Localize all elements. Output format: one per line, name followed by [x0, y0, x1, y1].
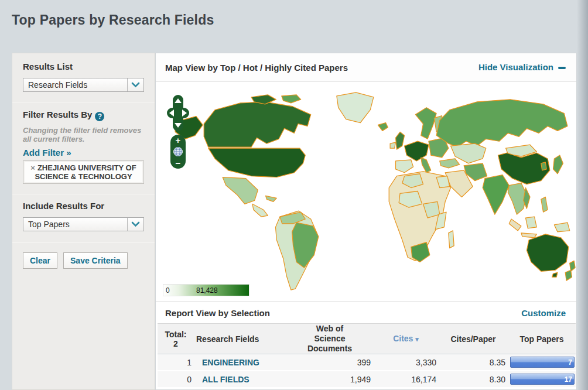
include-results-selected-value: Top Papers — [23, 220, 127, 229]
filters-sidebar: Results List Research Fields Filter Resu… — [12, 53, 155, 390]
map-region-java[interactable] — [521, 233, 536, 238]
world-map[interactable] — [169, 90, 576, 290]
hide-visualization-minus-icon[interactable] — [558, 67, 566, 69]
top-papers-value: 7 — [568, 358, 572, 367]
cites-per-paper-value: 8.35 — [439, 354, 508, 371]
zoom-in-icon[interactable]: + — [176, 136, 181, 144]
map-region-scandinavia[interactable] — [415, 108, 436, 139]
cites-value: 3,330 — [373, 354, 439, 371]
page-edge-shadow — [577, 0, 588, 390]
map-region-uk[interactable] — [396, 132, 405, 149]
map-region-turkey[interactable] — [440, 159, 460, 168]
cites-header[interactable]: Cites ▾ — [373, 324, 439, 354]
map-region-brazil[interactable] — [292, 223, 319, 268]
map-region-india[interactable] — [483, 175, 509, 214]
page-title: Top Papers by Research Fields — [12, 12, 214, 28]
legend-min-value: 0 — [166, 286, 170, 295]
map-region-new-guinea[interactable] — [554, 223, 569, 232]
map-region-canada[interactable] — [204, 102, 310, 147]
chevron-down-icon — [127, 78, 143, 91]
include-results-select[interactable]: Top Papers — [23, 217, 144, 231]
add-filter-link[interactable]: Add Filter » — [23, 148, 71, 158]
results-list-select[interactable]: Research Fields — [23, 78, 144, 92]
table-header-row: Total: 2 Research Fields Web of Science … — [158, 324, 576, 354]
cites-per-paper-header: Cites/Paper — [439, 324, 508, 354]
map-region-philippines[interactable] — [541, 197, 548, 212]
research-field-link[interactable]: ALL FIELDS — [196, 375, 249, 384]
map-region-korea[interactable] — [541, 162, 546, 170]
research-field-link[interactable]: ENGINEERING — [196, 358, 259, 367]
filter-note: Changing the filter field removes all cu… — [23, 126, 144, 143]
pan-right-icon[interactable] — [182, 110, 187, 117]
map-view-header: Map View by Top / Hot / Highly Cited Pap… — [156, 53, 576, 82]
pan-up-icon[interactable] — [175, 98, 182, 103]
map-region-australia[interactable] — [527, 234, 568, 271]
map-region-iceland[interactable] — [378, 123, 388, 131]
sidebar-divider — [12, 242, 155, 243]
top-papers-bar: 17 — [510, 374, 575, 385]
cites-per-paper-value: 8.30 — [439, 371, 508, 388]
top-papers-bar: 7 — [510, 357, 575, 368]
sort-down-icon[interactable]: ▾ — [415, 336, 419, 343]
map-region-ireland[interactable] — [390, 142, 395, 148]
map-region-mexico[interactable] — [223, 177, 258, 204]
report-view-title: Report View by Selection — [165, 308, 270, 318]
filter-chip-label: ZHEJIANG UNIVERSITY OF SCIENCE & TECHNOL… — [35, 163, 136, 181]
filter-chip[interactable]: ×ZHEJIANG UNIVERSITY OF SCIENCE & TECHNO… — [23, 160, 144, 184]
row-index: 0 — [158, 371, 194, 388]
map-region-russia[interactable] — [436, 100, 568, 147]
globe-icon[interactable] — [173, 146, 183, 157]
sidebar-divider — [12, 194, 155, 194]
wos-documents-value: 1,949 — [286, 371, 373, 388]
map-region-japan[interactable] — [553, 155, 563, 174]
sidebar-divider — [12, 102, 155, 103]
map-region-central-america[interactable] — [252, 204, 268, 217]
save-criteria-button[interactable]: Save Criteria — [63, 252, 128, 269]
main-panel: Map View by Top / Hot / Highly Cited Pap… — [155, 53, 577, 390]
pan-down-icon[interactable] — [175, 123, 182, 128]
total-value: 2 — [160, 339, 192, 348]
remove-filter-icon[interactable]: × — [30, 163, 35, 172]
filter-results-by-label: Filter Results By? — [23, 110, 144, 121]
top-papers-value: 17 — [565, 375, 572, 384]
clear-button[interactable]: Clear — [23, 252, 57, 269]
table-row: 1 ENGINEERING 399 3,330 8.35 7 — [158, 354, 576, 371]
map-region-greenland[interactable] — [337, 93, 374, 123]
total-label: Total: — [160, 330, 192, 339]
zoom-out-icon[interactable]: − — [176, 159, 181, 167]
report-table: Total: 2 Research Fields Web of Science … — [158, 323, 576, 388]
map-region-italy[interactable] — [421, 158, 431, 173]
report-view-header: Report View by Selection Customize — [156, 302, 576, 323]
total-header: Total: 2 — [158, 324, 194, 354]
include-results-label: Include Results For — [23, 201, 144, 211]
top-papers-header: Top Papers — [508, 324, 576, 354]
cites-header-label[interactable]: Cites — [393, 334, 413, 343]
map-region-borneo[interactable] — [525, 217, 536, 228]
map-region-arctic-islands[interactable] — [282, 95, 301, 103]
map-color-scale-legend: 0 81,428 — [163, 284, 249, 296]
chevron-down-icon — [127, 218, 143, 231]
row-index: 1 — [158, 354, 194, 371]
map-pan-control[interactable] — [167, 95, 189, 131]
map-region-western-europe[interactable] — [405, 141, 429, 161]
map-region-tasmania[interactable] — [552, 272, 558, 277]
map-view-title: Map View by Top / Hot / Highly Cited Pap… — [165, 63, 348, 73]
hide-visualization-link[interactable]: Hide Visualization — [478, 62, 553, 72]
map-region-new-zealand-south[interactable] — [565, 270, 572, 280]
map-region-new-zealand-north[interactable] — [570, 261, 575, 271]
legend-max-value: 81,428 — [196, 286, 218, 295]
map-region-usa[interactable] — [208, 148, 306, 177]
filter-results-by-text: Filter Results By — [23, 110, 92, 119]
cites-value: 16,174 — [373, 371, 439, 388]
customize-link[interactable]: Customize — [521, 308, 566, 318]
table-row: 0 ALL FIELDS 1,949 16,174 8.30 17 — [158, 371, 576, 388]
results-list-label: Results List — [23, 61, 144, 71]
map-region-spain[interactable] — [396, 160, 413, 173]
map-region-caribbean[interactable] — [266, 196, 277, 201]
map-region-madagascar[interactable] — [449, 231, 454, 248]
map-region-sumatra[interactable] — [509, 219, 521, 231]
pan-left-icon[interactable] — [169, 110, 174, 117]
map-zoom-control[interactable]: + − — [170, 135, 186, 169]
help-icon[interactable]: ? — [95, 112, 104, 121]
wos-documents-header: Web of Science Documents — [286, 324, 373, 354]
